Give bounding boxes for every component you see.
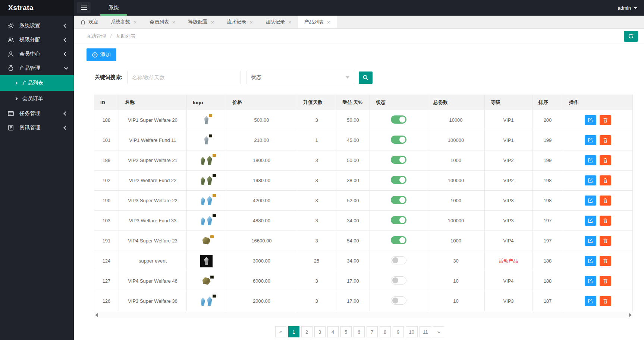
task-icon bbox=[7, 110, 14, 117]
delete-button[interactable] bbox=[600, 175, 611, 185]
edit-button[interactable] bbox=[585, 135, 596, 145]
delete-button[interactable] bbox=[600, 216, 611, 226]
tab[interactable]: 团队记录 × bbox=[259, 16, 298, 28]
tab[interactable]: 欢迎 bbox=[74, 16, 104, 28]
trash-icon bbox=[603, 137, 608, 143]
horizontal-scrollbar[interactable] bbox=[94, 312, 633, 318]
user-menu[interactable]: admin bbox=[618, 5, 637, 11]
status-toggle[interactable] bbox=[391, 156, 406, 164]
edit-button[interactable] bbox=[585, 276, 596, 286]
sidebar-item-permissions[interactable]: 权限分配 bbox=[0, 33, 74, 47]
sidebar-item-members[interactable]: 会员中心 bbox=[0, 47, 74, 61]
column-header: 名称 bbox=[119, 95, 187, 110]
hamburger-menu-button[interactable] bbox=[77, 2, 91, 13]
page-button[interactable]: 6 bbox=[354, 326, 365, 337]
edit-button[interactable] bbox=[585, 196, 596, 206]
cell-id: 188 bbox=[94, 110, 119, 130]
tab[interactable]: 产品列表 × bbox=[298, 16, 337, 28]
page-button[interactable]: 5 bbox=[340, 326, 352, 337]
cell-logo bbox=[187, 271, 226, 291]
tab[interactable]: 流水记录 × bbox=[220, 16, 259, 28]
page-button[interactable]: 9 bbox=[393, 326, 404, 337]
status-toggle[interactable] bbox=[391, 115, 406, 124]
search-button[interactable] bbox=[359, 72, 373, 84]
status-toggle[interactable] bbox=[391, 216, 406, 224]
bag-icon bbox=[7, 65, 14, 72]
status-toggle[interactable] bbox=[391, 176, 406, 184]
status-select[interactable]: 状态 bbox=[246, 71, 354, 84]
tab-label: 流水记录 bbox=[227, 19, 246, 25]
cell-id: 189 bbox=[94, 150, 119, 171]
add-button[interactable]: 添加 bbox=[87, 48, 116, 61]
tab-close-icon[interactable]: × bbox=[133, 19, 137, 25]
sidebar-item-product-list[interactable]: 产品列表 bbox=[0, 75, 74, 91]
page-button[interactable]: 4 bbox=[327, 326, 339, 337]
tab-close-icon[interactable]: × bbox=[288, 19, 292, 25]
delete-button[interactable] bbox=[600, 115, 611, 125]
page-button[interactable]: 10 bbox=[406, 326, 418, 337]
sidebar-item-tasks[interactable]: 任务管理 bbox=[0, 107, 74, 121]
gem-blue-icon bbox=[207, 216, 213, 225]
search-label: 关键词搜索: bbox=[95, 74, 123, 81]
page-button[interactable]: « bbox=[275, 326, 286, 337]
delete-button[interactable] bbox=[600, 135, 611, 145]
breadcrumb-parent[interactable]: 互助管理 bbox=[87, 33, 106, 39]
edit-button[interactable] bbox=[585, 155, 596, 165]
tab-close-icon[interactable]: × bbox=[211, 19, 214, 25]
edit-button[interactable] bbox=[585, 296, 596, 306]
module-tab-system[interactable]: 系统 bbox=[97, 0, 130, 16]
delete-button[interactable] bbox=[600, 236, 611, 246]
edit-button[interactable] bbox=[585, 175, 596, 185]
status-toggle[interactable] bbox=[391, 276, 406, 285]
sidebar-item-products[interactable]: 产品管理 bbox=[0, 61, 74, 75]
status-toggle[interactable] bbox=[391, 296, 406, 305]
logo-gold-tag-icon bbox=[209, 114, 212, 117]
delete-button[interactable] bbox=[600, 196, 611, 206]
status-toggle[interactable] bbox=[391, 196, 406, 204]
table-row: 124 supper event 3000.00 25 34.00 30 活动产… bbox=[94, 251, 633, 271]
refresh-button[interactable] bbox=[624, 31, 638, 42]
edit-button[interactable] bbox=[585, 236, 596, 246]
product-logo bbox=[200, 255, 213, 267]
page-button[interactable]: 2 bbox=[301, 326, 312, 337]
sidebar-item-member-orders[interactable]: 会员订单 bbox=[0, 91, 74, 107]
edit-icon bbox=[588, 137, 593, 143]
page-button[interactable]: 3 bbox=[314, 326, 326, 337]
page-button[interactable]: 7 bbox=[367, 326, 378, 337]
tab-close-icon[interactable]: × bbox=[172, 19, 176, 25]
edit-button[interactable] bbox=[585, 256, 596, 266]
cell-status bbox=[370, 231, 427, 251]
delete-button[interactable] bbox=[600, 276, 611, 286]
tab-close-icon[interactable]: × bbox=[327, 19, 330, 25]
cell-appreciation-days: 3 bbox=[297, 110, 336, 130]
cell-total-shares: 1000 bbox=[427, 231, 485, 251]
page-button[interactable]: 1 bbox=[288, 326, 299, 337]
cell-id: 103 bbox=[94, 211, 119, 231]
page-button[interactable]: 8 bbox=[380, 326, 391, 337]
tab-close-icon[interactable]: × bbox=[249, 19, 253, 25]
delete-button[interactable] bbox=[600, 296, 611, 306]
sidebar-item-system-settings[interactable]: 系统设置 bbox=[0, 19, 74, 33]
scroll-right-icon[interactable] bbox=[629, 313, 632, 317]
page-button[interactable]: 11 bbox=[420, 326, 431, 337]
tab[interactable]: 会员列表 × bbox=[143, 16, 182, 28]
cell-status bbox=[370, 251, 427, 271]
delete-button[interactable] bbox=[600, 155, 611, 165]
tab[interactable]: 系统参数 × bbox=[104, 16, 143, 28]
status-toggle[interactable] bbox=[391, 236, 406, 244]
module-tab-label: 系统 bbox=[109, 4, 119, 11]
delete-button[interactable] bbox=[600, 256, 611, 266]
cell-id: 101 bbox=[94, 130, 119, 150]
status-toggle[interactable] bbox=[391, 256, 406, 264]
cell-appreciation-days: 25 bbox=[297, 251, 336, 271]
status-toggle[interactable] bbox=[391, 136, 406, 144]
edit-button[interactable] bbox=[585, 115, 596, 125]
sidebar-item-news[interactable]: 资讯管理 bbox=[0, 121, 74, 135]
cell-logo bbox=[187, 150, 226, 171]
tab[interactable]: 等级配置 × bbox=[182, 16, 221, 28]
scroll-left-icon[interactable] bbox=[95, 313, 98, 317]
page-button[interactable]: » bbox=[433, 326, 444, 337]
edit-button[interactable] bbox=[585, 216, 596, 226]
keyword-input[interactable] bbox=[127, 71, 241, 84]
cell-actions bbox=[563, 231, 633, 251]
